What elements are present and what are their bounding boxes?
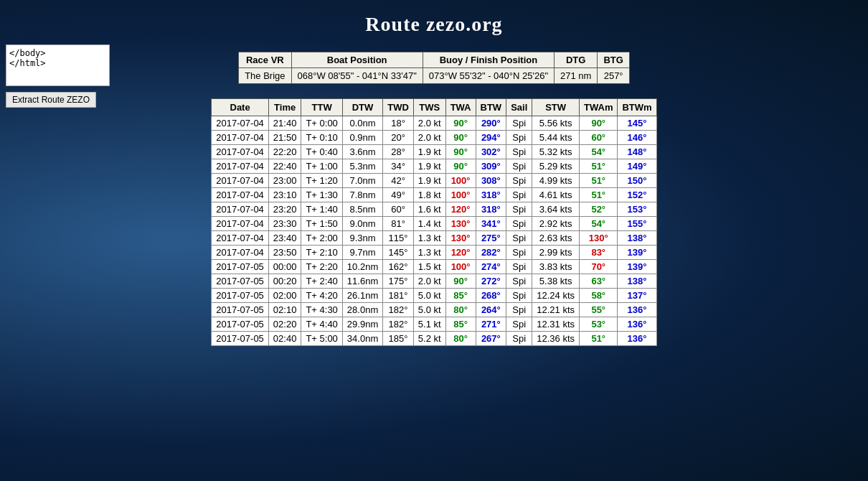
btg-header: BTG (598, 52, 629, 68)
col-btwm: BTWm (618, 99, 656, 116)
code-textarea[interactable] (6, 45, 110, 86)
col-ttw: TTW (301, 99, 342, 116)
table-row: 2017-07-0423:20T+ 1:408.5nm60°1.6 kt120°… (212, 202, 656, 217)
table-row: 2017-07-0421:40T+ 0:000.0nm18°2.0 kt90°2… (212, 116, 656, 131)
col-date: Date (212, 99, 269, 116)
table-row: 2017-07-0500:00T+ 2:2010.2nm162°1.5 kt10… (212, 260, 656, 274)
col-stw: STW (532, 99, 580, 116)
boat-position-value: 068°W 08'55" - 041°N 33'47" (291, 68, 423, 84)
table-row: 2017-07-0502:00T+ 4:2026.1nm181°5.0 kt85… (212, 289, 656, 303)
col-time: Time (268, 99, 301, 116)
buoy-finish-header: Buoy / Finish Position (423, 52, 554, 68)
table-row: 2017-07-0423:10T+ 1:307.8nm49°1.8 kt100°… (212, 188, 656, 202)
race-vr-header: Race VR (239, 52, 291, 68)
col-tws: TWS (413, 99, 445, 116)
page-title: Route zezo.org (0, 0, 868, 46)
info-table: Race VR Boat Position Buoy / Finish Posi… (238, 52, 630, 84)
table-row: 2017-07-0502:10T+ 4:3028.0nm182°5.0 kt80… (212, 303, 656, 317)
table-row: 2017-07-0502:40T+ 5:0034.0nm185°5.2 kt80… (212, 332, 656, 346)
boat-position-header: Boat Position (291, 52, 423, 68)
col-twa: TWA (445, 99, 476, 116)
table-row: 2017-07-0422:20T+ 0:403.6nm28°1.9 kt90°3… (212, 145, 656, 159)
table-row: 2017-07-0423:50T+ 2:109.7nm145°1.3 kt120… (212, 246, 656, 260)
table-row: 2017-07-0423:00T+ 1:207.0nm42°1.9 kt100°… (212, 174, 656, 188)
race-name: The Brige (239, 68, 291, 84)
col-sail: Sail (506, 99, 532, 116)
table-row: 2017-07-0502:20T+ 4:4029.9nm182°5.1 kt85… (212, 317, 656, 332)
dtg-value: 271 nm (555, 68, 598, 84)
col-dtw: DTW (342, 99, 382, 116)
table-row: 2017-07-0423:40T+ 2:009.3nm115°1.3 kt130… (212, 231, 656, 246)
col-twam: TWAm (580, 99, 618, 116)
buoy-position-value: 073°W 55'32" - 040°N 25'26" (423, 68, 554, 84)
dtg-header: DTG (555, 52, 598, 68)
table-row: 2017-07-0421:50T+ 0:100.9nm20°2.0 kt90°2… (212, 131, 656, 145)
extract-route-button[interactable]: Extract Route ZEZO (6, 92, 96, 108)
col-btw: BTW (476, 99, 506, 116)
col-twd: TWD (383, 99, 414, 116)
btg-value: 257° (598, 68, 629, 84)
data-table: Date Time TTW DTW TWD TWS TWA BTW Sail S… (211, 98, 656, 346)
table-row: 2017-07-0500:20T+ 2:4011.6nm175°2.0 kt90… (212, 274, 656, 289)
table-row: 2017-07-0423:30T+ 1:509.0nm81°1.4 kt130°… (212, 217, 656, 231)
table-row: 2017-07-0422:40T+ 1:005.3nm34°1.9 kt90°3… (212, 159, 656, 174)
